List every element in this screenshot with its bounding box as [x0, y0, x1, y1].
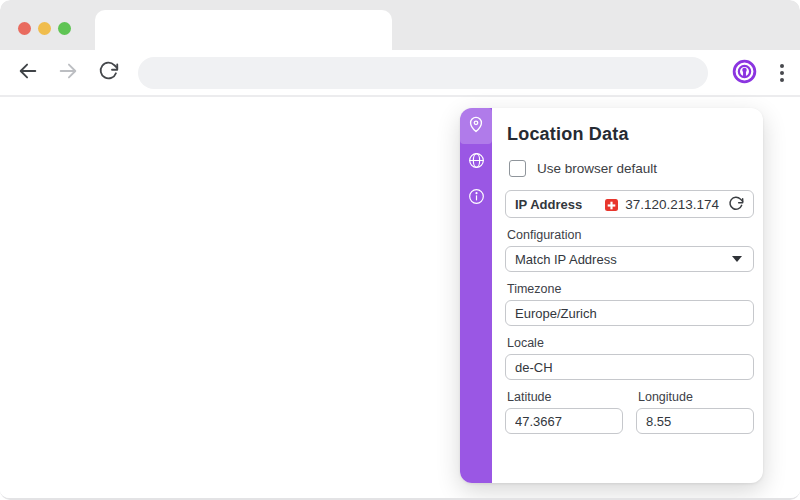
extension-popup: Location Data Use browser default IP Add… — [460, 108, 763, 483]
use-browser-default-label: Use browser default — [537, 161, 657, 176]
longitude-label: Longitude — [638, 390, 754, 404]
latitude-input[interactable] — [505, 408, 623, 434]
reload-icon — [98, 61, 119, 86]
configuration-label: Configuration — [507, 228, 754, 242]
traffic-lights — [18, 22, 71, 35]
longitude-input[interactable] — [636, 408, 754, 434]
switzerland-flag-icon — [605, 198, 618, 211]
privacy-extension-logo-icon — [731, 58, 758, 89]
timezone-input[interactable] — [505, 300, 754, 326]
locale-input[interactable] — [505, 354, 754, 380]
latitude-label: Latitude — [507, 390, 623, 404]
ip-address-value: 37.120.213.174 — [625, 197, 719, 212]
popup-title: Location Data — [507, 124, 754, 145]
locale-label: Locale — [507, 336, 754, 350]
use-browser-default-row[interactable]: Use browser default — [509, 160, 754, 177]
back-button[interactable] — [16, 61, 40, 85]
browser-window: Location Data Use browser default IP Add… — [0, 0, 800, 500]
popup-sidebar — [460, 108, 492, 483]
page-content: Location Data Use browser default IP Add… — [0, 99, 800, 498]
coordinates-row: Latitude Longitude — [505, 380, 754, 434]
back-arrow-icon — [17, 60, 39, 86]
sidebar-item-info[interactable] — [460, 180, 492, 216]
extension-toolbar-button[interactable] — [729, 58, 759, 88]
minimize-window-button[interactable] — [38, 22, 51, 35]
sidebar-item-globe[interactable] — [460, 144, 492, 180]
reload-button[interactable] — [96, 61, 120, 85]
ip-address-label: IP Address — [515, 197, 582, 212]
browser-menu-button[interactable] — [770, 58, 794, 88]
chevron-down-icon — [732, 256, 742, 262]
configuration-value: Match IP Address — [515, 252, 617, 267]
info-icon — [467, 187, 486, 210]
forward-arrow-icon — [57, 60, 79, 86]
forward-button[interactable] — [56, 61, 80, 85]
configuration-select[interactable]: Match IP Address — [505, 246, 754, 272]
close-window-button[interactable] — [18, 22, 31, 35]
maximize-window-button[interactable] — [58, 22, 71, 35]
popup-content: Location Data Use browser default IP Add… — [492, 108, 767, 483]
refresh-ip-button[interactable] — [728, 196, 744, 212]
ip-address-field: IP Address 37.120.213.174 — [505, 190, 754, 218]
browser-toolbar — [0, 50, 800, 97]
kebab-menu-icon — [780, 64, 784, 68]
globe-icon — [467, 151, 486, 174]
timezone-label: Timezone — [507, 282, 754, 296]
sidebar-item-location[interactable] — [460, 108, 492, 144]
use-browser-default-checkbox[interactable] — [509, 160, 526, 177]
address-bar-input[interactable] — [138, 57, 708, 89]
browser-tab[interactable] — [95, 10, 392, 51]
location-pin-icon — [466, 114, 486, 138]
titlebar — [0, 0, 800, 50]
refresh-icon — [728, 196, 744, 212]
